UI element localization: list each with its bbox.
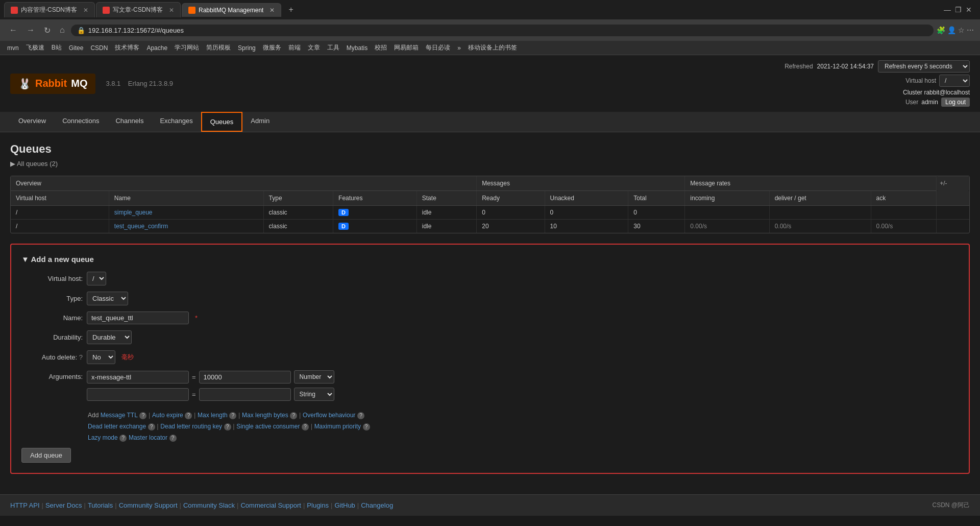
- add-max-length-bytes[interactable]: Max length bytes: [242, 412, 288, 419]
- home-button[interactable]: ⌂: [57, 25, 68, 36]
- arg2-key-input[interactable]: [87, 388, 189, 401]
- add-lazy-mode[interactable]: Lazy mode: [88, 434, 118, 441]
- bookmark-daily[interactable]: 每日必读: [423, 42, 453, 53]
- master-locator-help-icon[interactable]: ?: [169, 435, 177, 442]
- footer-community-support[interactable]: Community Support: [119, 501, 178, 509]
- footer-changelog[interactable]: Changelog: [361, 501, 393, 509]
- auto-delete-form-select[interactable]: No Yes: [87, 350, 115, 364]
- add-max-length[interactable]: Max length: [198, 412, 228, 419]
- name-form-input[interactable]: [87, 312, 189, 324]
- add-max-priority[interactable]: Maximum priority: [314, 423, 361, 430]
- logout-button[interactable]: Log out: [941, 98, 970, 107]
- durability-form-select[interactable]: Durable Transient: [87, 330, 132, 344]
- footer-github[interactable]: GitHub: [334, 501, 355, 509]
- tab-rabbitmq[interactable]: RabbitMQ Management ✕: [182, 3, 281, 17]
- auto-expire-help-icon[interactable]: ?: [185, 412, 192, 419]
- max-length-help-icon[interactable]: ?: [229, 412, 236, 419]
- footer-community-slack[interactable]: Community Slack: [183, 501, 235, 509]
- bookmark-article[interactable]: 文章: [305, 42, 323, 53]
- tab-close-rabbitmq[interactable]: ✕: [270, 7, 275, 14]
- overflow-help-icon[interactable]: ?: [357, 412, 364, 419]
- virtual-host-form-select[interactable]: /: [87, 272, 106, 285]
- row2-ready: 20: [477, 220, 545, 233]
- arg1-val-input[interactable]: [199, 371, 291, 384]
- virtual-host-select[interactable]: /: [939, 75, 970, 87]
- add-queue-toggle[interactable]: ▼ Add a new queue: [21, 255, 959, 264]
- footer-commercial-support[interactable]: Commercial Support: [240, 501, 301, 509]
- footer-server-docs[interactable]: Server Docs: [45, 501, 82, 509]
- max-length-bytes-help-icon[interactable]: ?: [290, 412, 297, 419]
- row2-name-link[interactable]: test_queue_confirm: [114, 223, 168, 230]
- all-queues-toggle[interactable]: ▶ All queues (2): [10, 160, 970, 168]
- extensions-icon[interactable]: 🧩: [937, 26, 945, 34]
- bookmark-job[interactable]: 校招: [372, 42, 390, 53]
- favorites-icon[interactable]: ☆: [958, 26, 965, 34]
- add-master-locator[interactable]: Master locator: [129, 434, 167, 441]
- single-active-consumer-help-icon[interactable]: ?: [302, 423, 309, 431]
- type-form-select[interactable]: Classic Quorum: [87, 292, 128, 305]
- more-menu-icon[interactable]: ⋯: [967, 26, 974, 34]
- row2-name[interactable]: test_queue_confirm: [109, 220, 263, 233]
- window-minimize-button[interactable]: —: [944, 6, 951, 14]
- max-priority-help-icon[interactable]: ?: [363, 423, 370, 431]
- address-bar-input[interactable]: [88, 27, 927, 34]
- bookmark-apache[interactable]: Apache: [143, 43, 170, 53]
- bookmark-csdn[interactable]: CSDN: [87, 43, 111, 53]
- nav-connections[interactable]: Connections: [54, 112, 107, 132]
- bookmark-email[interactable]: 网易邮箱: [391, 42, 422, 53]
- dead-letter-exchange-help-icon[interactable]: ?: [148, 423, 155, 431]
- tab-close-csdn1[interactable]: ✕: [83, 7, 88, 14]
- bookmark-bzhan[interactable]: B站: [48, 42, 65, 53]
- nav-channels[interactable]: Channels: [107, 112, 152, 132]
- bookmark-mybatis[interactable]: Mybatis: [344, 43, 371, 53]
- bookmark-spring[interactable]: Spring: [235, 43, 259, 53]
- bookmark-micro[interactable]: 微服务: [260, 42, 284, 53]
- arg1-key-input[interactable]: [87, 371, 189, 384]
- bookmark-frontend[interactable]: 前端: [285, 42, 304, 53]
- message-ttl-help-icon[interactable]: ?: [139, 412, 146, 419]
- bookmark-tools[interactable]: 工具: [324, 42, 342, 53]
- th-name: Name: [109, 191, 263, 206]
- add-message-ttl[interactable]: Message TTL: [101, 412, 138, 419]
- bookmark-techblog[interactable]: 技术博客: [112, 42, 142, 53]
- add-queue-button[interactable]: Add queue: [21, 448, 71, 463]
- tab-csdn2[interactable]: 写文章-CSDN博客 ✕: [96, 2, 181, 17]
- lazy-mode-help-icon[interactable]: ?: [119, 435, 127, 442]
- nav-admin[interactable]: Admin: [242, 112, 278, 132]
- arg2-val-input[interactable]: [199, 388, 291, 401]
- bookmark-mvn[interactable]: mvn: [4, 43, 22, 53]
- row1-name[interactable]: simple_queue: [109, 206, 263, 220]
- forward-button[interactable]: →: [23, 25, 38, 36]
- bookmark-learn[interactable]: 学习网站: [172, 42, 202, 53]
- row1-name-link[interactable]: simple_queue: [114, 209, 153, 216]
- refresh-button[interactable]: ↻: [41, 25, 54, 36]
- tab-csdn1[interactable]: 内容管理-CSDN博客 ✕: [4, 2, 95, 17]
- bookmark-more[interactable]: »: [454, 43, 464, 53]
- add-single-active-consumer[interactable]: Single active consumer: [236, 423, 300, 430]
- add-overflow-behaviour[interactable]: Overflow behaviour: [303, 412, 355, 419]
- col-plus-minus[interactable]: +/-: [937, 176, 969, 191]
- footer-tutorials[interactable]: Tutorials: [88, 501, 113, 509]
- bookmark-mobile[interactable]: 移动设备上的书签: [465, 42, 520, 53]
- add-auto-expire[interactable]: Auto expire: [152, 412, 183, 419]
- add-dead-letter-routing[interactable]: Dead letter routing key: [160, 423, 222, 430]
- add-dead-letter-exchange[interactable]: Dead letter exchange: [88, 423, 146, 430]
- footer-plugins[interactable]: Plugins: [307, 501, 329, 509]
- bookmark-resume[interactable]: 简历模板: [203, 42, 234, 53]
- window-close-button[interactable]: ✕: [966, 6, 972, 14]
- tab-close-csdn2[interactable]: ✕: [169, 7, 174, 14]
- window-maximize-button[interactable]: ❐: [955, 6, 962, 14]
- bookmark-gitee[interactable]: Gitee: [66, 43, 87, 53]
- back-button[interactable]: ←: [6, 25, 20, 36]
- new-tab-button[interactable]: +: [284, 3, 297, 16]
- nav-overview[interactable]: Overview: [10, 112, 54, 132]
- arg2-type-select[interactable]: String Number Boolean: [294, 388, 334, 401]
- dead-letter-routing-help-icon[interactable]: ?: [224, 423, 231, 431]
- profile-icon[interactable]: 👤: [947, 26, 956, 34]
- arg1-type-select[interactable]: Number String Boolean: [294, 370, 334, 384]
- nav-exchanges[interactable]: Exchanges: [152, 112, 201, 132]
- footer-http-api[interactable]: HTTP API: [10, 501, 40, 509]
- refresh-select[interactable]: Refresh every 5 seconds Refresh every 10…: [878, 60, 970, 73]
- nav-queues[interactable]: Queues: [201, 112, 243, 132]
- bookmark-fly[interactable]: 飞极速: [23, 42, 47, 53]
